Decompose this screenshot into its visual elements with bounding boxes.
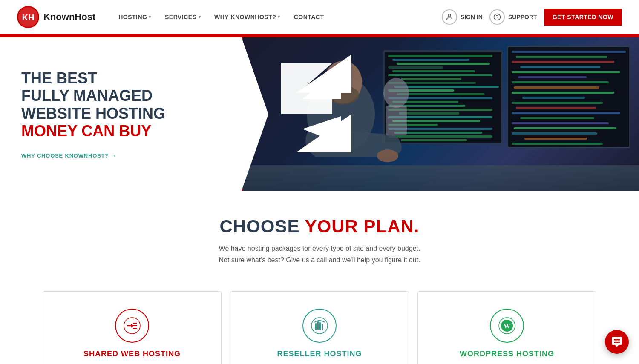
navbar: KH KnownHost HOSTING ▾ SERVICES ▾ WHY KN… <box>0 0 639 34</box>
svg-rect-27 <box>322 324 323 330</box>
svg-rect-25 <box>317 321 319 330</box>
hero-arrows-icon <box>243 37 371 191</box>
choose-plan-title: CHOOSE YOUR PLAN. <box>17 216 622 237</box>
chevron-down-icon: ▾ <box>199 14 201 19</box>
hero-cta-link[interactable]: WHY CHOOSE KNOWNHOST? → <box>21 152 247 159</box>
svg-rect-24 <box>315 323 317 330</box>
nav-links: HOSTING ▾ SERVICES ▾ WHY KNOWNHOST? ▾ CO… <box>112 10 442 24</box>
nav-item-hosting[interactable]: HOSTING ▾ <box>112 10 157 24</box>
shared-hosting-label: SHARED WEB HOSTING <box>83 350 181 358</box>
hero-section: THE BEST FULLY MANAGED WEBSITE HOSTING M… <box>0 37 639 191</box>
logo-link[interactable]: KH KnownHost <box>17 6 95 28</box>
reseller-hosting-icon <box>302 309 337 343</box>
chat-icon <box>611 336 623 348</box>
sign-in-button[interactable]: SIGN IN <box>442 9 483 25</box>
svg-marker-9 <box>296 54 351 93</box>
choose-plan-section: CHOOSE YOUR PLAN. We have hosting packag… <box>0 191 639 278</box>
svg-rect-26 <box>320 322 321 330</box>
plan-card-wordpress[interactable]: W WORDPRESS HOSTING <box>417 291 596 364</box>
hero-arrow <box>243 37 371 191</box>
plan-card-reseller[interactable]: RESELLER HOSTING <box>230 291 409 364</box>
wordpress-hosting-icon: W <box>490 309 524 343</box>
svg-rect-16 <box>386 106 407 135</box>
wordpress-hosting-label: WORDPRESS HOSTING <box>460 350 554 358</box>
choose-plan-subtitle: We have hosting packages for every type … <box>17 243 622 266</box>
nav-right: SIGN IN SUPPORT GET STARTED NOW <box>442 9 622 26</box>
nav-item-why[interactable]: WHY KNOWNHOST? ▾ <box>208 10 286 24</box>
plan-card-shared[interactable]: SHARED WEB HOSTING <box>43 291 222 364</box>
brand-name: KnownHost <box>43 11 95 23</box>
shared-hosting-icon <box>115 309 149 343</box>
reseller-hosting-label: RESELLER HOSTING <box>277 350 362 358</box>
svg-text:W: W <box>504 322 510 330</box>
logo-icon: KH <box>17 6 39 28</box>
plan-cards-container: SHARED WEB HOSTING RESELLER HOSTING <box>0 278 639 364</box>
chat-button[interactable] <box>605 330 629 354</box>
support-icon <box>489 9 505 25</box>
svg-point-15 <box>383 78 409 108</box>
svg-point-3 <box>448 14 451 17</box>
chevron-down-icon: ▾ <box>149 14 151 19</box>
chevron-down-icon: ▾ <box>278 14 280 19</box>
support-button[interactable]: SUPPORT <box>489 9 537 25</box>
svg-text:KH: KH <box>22 13 35 22</box>
nav-item-services[interactable]: SERVICES ▾ <box>159 10 207 24</box>
get-started-button[interactable]: GET STARTED NOW <box>544 9 622 26</box>
nav-item-contact[interactable]: CONTACT <box>288 10 330 24</box>
user-icon <box>442 9 457 25</box>
hero-title: THE BEST FULLY MANAGED WEBSITE HOSTING M… <box>21 69 247 140</box>
hero-text-panel: THE BEST FULLY MANAGED WEBSITE HOSTING M… <box>0 37 268 191</box>
svg-marker-10 <box>296 114 351 152</box>
svg-point-14 <box>377 149 398 162</box>
red-stripe <box>0 34 639 37</box>
